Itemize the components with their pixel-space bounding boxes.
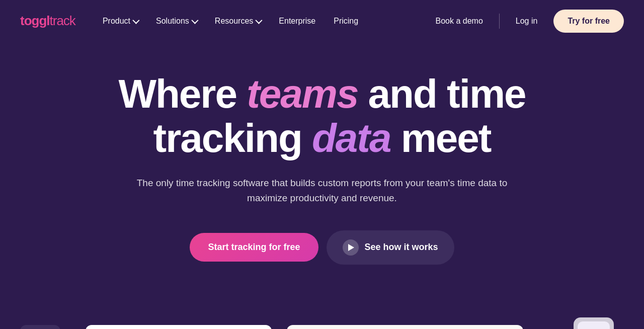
weekly-report-card: Weekly project report Billable Non-billa… bbox=[86, 325, 272, 329]
phone-mockup bbox=[564, 317, 614, 329]
svg-rect-22 bbox=[578, 321, 610, 329]
logo[interactable]: toggl track bbox=[20, 13, 75, 29]
try-free-button[interactable]: Try for free bbox=[553, 10, 624, 33]
nav-pricing[interactable]: Pricing bbox=[327, 12, 365, 31]
hero-subtitle: The only time tracking software that bui… bbox=[131, 176, 513, 206]
nav-links: Product Solutions Resources Enterprise P… bbox=[96, 12, 428, 31]
logo-toggl: toggl bbox=[20, 13, 50, 29]
phone-hand-illustration bbox=[564, 317, 629, 329]
navigation: toggl track Product Solutions Resources … bbox=[0, 0, 644, 42]
chevron-down-icon bbox=[132, 17, 139, 24]
see-how-button[interactable]: See how it works bbox=[327, 230, 454, 265]
hero-title-data: data bbox=[312, 116, 391, 160]
nav-product[interactable]: Product bbox=[96, 12, 145, 31]
play-triangle-icon bbox=[348, 244, 354, 251]
nav-resources[interactable]: Resources bbox=[208, 12, 268, 31]
hero-title-line2: tracking data meet bbox=[153, 116, 491, 160]
nav-solutions[interactable]: Solutions bbox=[149, 12, 204, 31]
hero-buttons: Start tracking for free See how it works bbox=[20, 230, 624, 265]
book-demo-button[interactable]: Book a demo bbox=[428, 12, 491, 31]
start-tracking-button[interactable]: Start tracking for free bbox=[190, 233, 318, 262]
hero-title: Where teams and time tracking data meet bbox=[20, 72, 624, 160]
nav-enterprise[interactable]: Enterprise bbox=[272, 12, 323, 31]
nav-right: Book a demo Log in Try for free bbox=[428, 10, 624, 33]
hero-section: Where teams and time tracking data meet … bbox=[0, 42, 644, 315]
login-button[interactable]: Log in bbox=[508, 12, 546, 31]
nav-divider bbox=[499, 14, 500, 29]
logo-track: track bbox=[50, 13, 75, 29]
see-how-label: See how it works bbox=[365, 242, 438, 253]
hero-title-meet: meet bbox=[390, 116, 491, 160]
hero-title-tracking: tracking bbox=[153, 116, 312, 160]
hero-title-and-time: and time bbox=[358, 71, 525, 116]
hero-title-teams: teams bbox=[247, 71, 358, 116]
chevron-down-icon bbox=[191, 17, 198, 24]
dashboard-preview: Weekly project report Billable Non-billa… bbox=[0, 315, 644, 329]
hero-title-where: Where bbox=[118, 71, 247, 116]
team-activity-card: Team Activity MOST ACTIVE OVER LAST 7 DA… bbox=[287, 325, 523, 329]
chevron-down-icon bbox=[256, 17, 263, 24]
hero-title-line1: Where teams and time bbox=[118, 71, 525, 116]
play-icon bbox=[343, 239, 359, 256]
icons-column bbox=[20, 325, 60, 329]
